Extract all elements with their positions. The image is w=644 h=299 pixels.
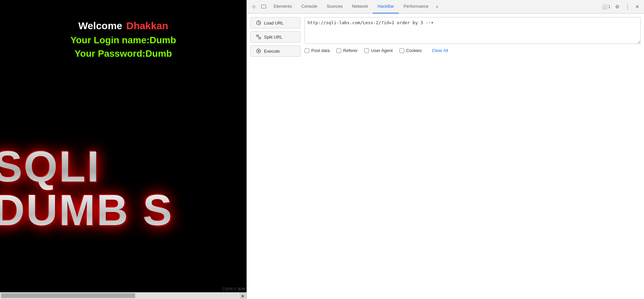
- hackbar-content: Load URL Split URL: [247, 14, 644, 299]
- load-url-button[interactable]: Load URL: [250, 17, 301, 29]
- cookies-label[interactable]: Cookies: [406, 48, 422, 53]
- clear-all-button[interactable]: Clear All: [432, 48, 448, 53]
- password-line: Your Password:Dumb: [70, 48, 176, 59]
- hackbar-options: Post data Referer User Agent Cookies Cle…: [305, 47, 641, 54]
- svg-rect-1: [257, 35, 258, 37]
- devtools-right-icons: ⬜ 1 ⚙ ⋮ ✕: [600, 2, 642, 11]
- welcome-label: Welcome: [78, 20, 122, 32]
- hackbar-buttons: Load URL Split URL: [250, 17, 301, 296]
- cursor-tool-button[interactable]: ⊹: [249, 2, 258, 11]
- more-options-button[interactable]: ⋮: [623, 2, 632, 11]
- referer-checkbox[interactable]: [336, 48, 341, 53]
- devtools-tabs: Elements Console Sources Network HackBar…: [269, 0, 600, 13]
- user-agent-label[interactable]: User Agent: [371, 48, 392, 53]
- user-agent-option: User Agent: [364, 48, 392, 53]
- post-data-option: Post data: [305, 48, 330, 53]
- cookies-option: Cookies: [399, 48, 422, 53]
- cookies-checkbox[interactable]: [399, 48, 404, 53]
- badge-count: 1: [608, 4, 610, 9]
- split-url-icon: [256, 34, 261, 40]
- devtools-topbar: ⊹ Elements Console Sources Network HackB…: [247, 0, 644, 13]
- sqli-title: SQLI DUMB S: [0, 145, 247, 232]
- execute-button[interactable]: Execute: [250, 45, 301, 57]
- tab-performance[interactable]: Performance: [399, 0, 433, 13]
- browser-content: Welcome Dhakkan Your Login name:Dumb You…: [0, 0, 247, 299]
- scroll-right-arrow[interactable]: ▶: [240, 292, 247, 299]
- user-agent-checkbox[interactable]: [364, 48, 369, 53]
- devtools-panel: ⊹ Elements Console Sources Network HackB…: [247, 0, 644, 299]
- scrollbar-thumb[interactable]: [1, 293, 135, 298]
- badge-button[interactable]: ⬜ 1: [600, 2, 612, 11]
- referer-label[interactable]: Referer: [343, 48, 358, 53]
- tab-sources[interactable]: Sources: [322, 0, 347, 13]
- close-devtools-button[interactable]: ✕: [633, 2, 642, 11]
- device-icon: [261, 5, 266, 8]
- settings-button[interactable]: ⚙: [612, 2, 622, 11]
- more-tabs-button[interactable]: »: [433, 0, 441, 13]
- cursor-icon: ⊹: [252, 3, 256, 10]
- tab-console[interactable]: Console: [297, 0, 322, 13]
- tab-network[interactable]: Network: [347, 0, 373, 13]
- split-url-button[interactable]: Split URL: [250, 31, 301, 43]
- svg-rect-2: [259, 37, 261, 39]
- settings-icon: ⚙: [615, 4, 620, 9]
- user-name: Dhakkan: [126, 20, 168, 32]
- post-data-checkbox[interactable]: [305, 48, 309, 53]
- hackbar-url-area: Post data Referer User Agent Cookies Cle…: [305, 17, 641, 296]
- load-url-icon: [256, 20, 261, 26]
- referer-option: Referer: [336, 48, 358, 53]
- watermark: CSDN © 洛神: [222, 287, 245, 292]
- url-input[interactable]: [305, 17, 641, 44]
- tab-elements[interactable]: Elements: [269, 0, 297, 13]
- svg-marker-6: [258, 50, 260, 52]
- execute-icon: [256, 48, 261, 54]
- badge-icon: ⬜: [602, 4, 607, 9]
- login-line: Your Login name:Dumb: [70, 35, 176, 46]
- tab-hackbar[interactable]: HackBar: [373, 0, 399, 13]
- horizontal-scrollbar[interactable]: ▶: [0, 292, 247, 299]
- vertical-dots-icon: ⋮: [625, 4, 630, 10]
- device-toggle-button[interactable]: [259, 2, 268, 11]
- close-icon: ✕: [635, 4, 639, 9]
- post-data-label[interactable]: Post data: [311, 48, 330, 53]
